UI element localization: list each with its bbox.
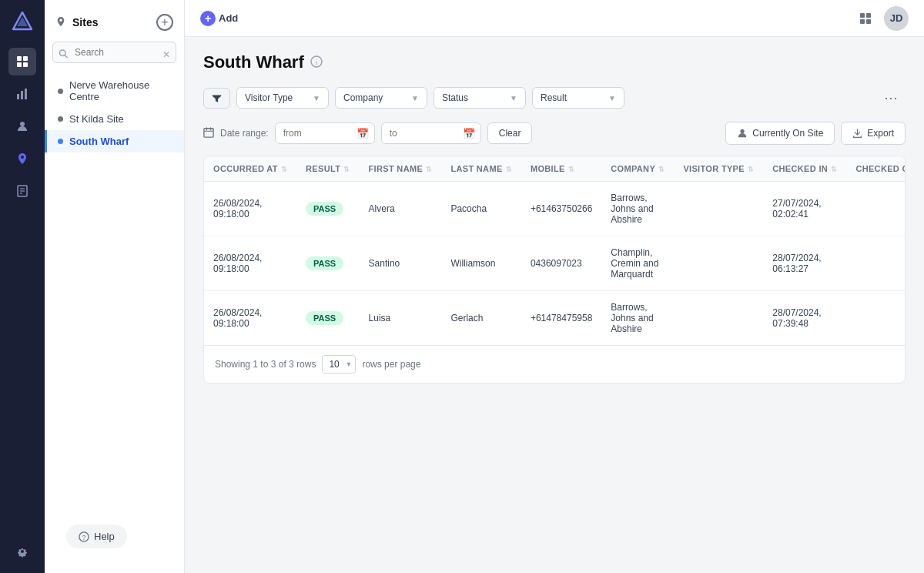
sort-icon-result: ⇅ [343,166,350,173]
main-content: + Add JD South Wharf i Visitor Type ▼ [185,0,924,573]
svg-rect-5 [23,62,28,67]
cell-visitor_type [674,291,763,346]
sort-icon-visitor_type: ⇅ [748,166,754,173]
nav-icon-analytics[interactable] [8,80,36,108]
col-result[interactable]: RESULT⇅ [296,156,360,182]
result-chevron: ▼ [608,94,616,102]
cell-checked_out [846,291,906,346]
cell-result: PASS [296,236,360,291]
sites-list: Nerve Warehouse CentreSt Kilda SiteSouth… [45,71,184,156]
svg-text:i: i [316,59,317,66]
visitor-type-chevron: ▼ [313,94,320,102]
add-button[interactable]: + Add [200,11,238,26]
cell-last_name: Gerlach [441,291,521,346]
svg-rect-18 [860,13,865,18]
currently-on-site-label: Currently On Site [752,128,823,139]
col-checked_in[interactable]: CHECKED IN⇅ [763,156,846,182]
sidebar-item-dot [58,116,63,122]
cell-last_name: Williamson [441,236,521,291]
sites-icon [55,16,66,29]
grid-view-button[interactable] [853,6,878,31]
sidebar-item-nerve[interactable]: Nerve Warehouse Centre [45,74,184,108]
cell-first_name: Luisa [360,291,442,346]
table-body: 26/08/2024, 09:18:00PASSAlveraPacocha+61… [204,182,906,346]
col-occurred_at[interactable]: OCCURRED AT⇅ [204,156,296,182]
cell-company: Champlin, Cremin and Marquardt [601,236,674,291]
nav-icon-settings[interactable] [8,538,36,565]
sidebar-item-label: South Wharf [69,136,129,147]
cell-occurred_at: 26/08/2024, 09:18:00 [204,182,296,236]
cell-visitor_type [674,236,763,291]
col-first_name[interactable]: FIRST NAME⇅ [360,156,442,182]
sort-icon-mobile: ⇅ [568,166,574,173]
app-logo[interactable] [8,8,36,35]
svg-rect-2 [17,56,22,61]
visitor-type-filter-label: Visitor Type [245,92,293,103]
nav-icon-location[interactable] [8,145,36,173]
cell-result: PASS [296,182,360,236]
nav-icon-dashboard[interactable] [8,48,36,75]
result-badge: PASS [306,202,343,216]
company-filter-label: Company [343,92,383,103]
col-company[interactable]: COMPANY⇅ [601,156,674,182]
result-badge: PASS [306,256,343,270]
col-mobile[interactable]: MOBILE⇅ [521,156,601,182]
svg-rect-21 [866,19,871,24]
add-site-button[interactable]: + [156,14,173,31]
filters-row: Visitor Type ▼ Company ▼ Status ▼ Result… [203,85,906,111]
date-range-label: Date range: [220,128,269,139]
visitors-table-wrap: OCCURRED AT⇅RESULT⇅FIRST NAME⇅LAST NAME⇅… [203,156,906,384]
rows-per-page-wrap: 10 25 50 ▼ [322,355,356,374]
more-options-button[interactable]: ⋯ [876,85,906,111]
cell-company: Barrows, Johns and Abshire [601,291,674,346]
sort-icon-checked_in: ⇅ [831,166,837,173]
result-filter-label: Result [541,92,567,103]
cell-first_name: Alvera [360,182,442,236]
filter-icon-button[interactable] [203,88,230,109]
visitor-type-filter[interactable]: Visitor Type ▼ [236,87,329,109]
table-row: 26/08/2024, 09:18:00PASSSantinoWilliamso… [204,236,906,291]
user-avatar[interactable]: JD [884,6,909,31]
result-filter[interactable]: Result ▼ [532,87,624,109]
page-title: South Wharf [203,52,304,72]
sidebar-item-dot [58,139,63,144]
table-row: 26/08/2024, 09:18:00PASSLuisaGerlach+614… [204,291,906,346]
search-clear-button[interactable]: ✕ [162,49,170,60]
status-filter-label: Status [442,92,468,103]
topbar: + Add JD [185,0,924,37]
nav-icon-visitors[interactable] [8,112,36,140]
page-content: South Wharf i Visitor Type ▼ Company ▼ S… [185,37,924,573]
date-to-input[interactable] [381,122,481,144]
cell-mobile: +61463750266 [521,182,601,236]
status-filter[interactable]: Status ▼ [434,87,526,109]
search-wrap: ✕ [45,39,184,71]
info-icon[interactable]: i [310,55,323,70]
clear-button[interactable]: Clear [487,122,533,144]
date-from-input[interactable] [275,122,375,144]
export-button[interactable]: Export [841,122,906,145]
col-checked_out[interactable]: CHECKED OUT⇅ [846,156,906,182]
cell-checked_in: 27/07/2024, 02:02:41 [763,182,846,236]
table-footer: Showing 1 to 3 of 3 rows 10 25 50 ▼ rows… [204,345,905,383]
svg-rect-24 [204,128,213,136]
table-row: 26/08/2024, 09:18:00PASSAlveraPacocha+61… [204,182,906,236]
search-input[interactable] [52,42,176,63]
visitors-table: OCCURRED AT⇅RESULT⇅FIRST NAME⇅LAST NAME⇅… [204,156,906,345]
table-header: OCCURRED AT⇅RESULT⇅FIRST NAME⇅LAST NAME⇅… [204,156,906,182]
sort-icon-occurred_at: ⇅ [281,166,287,173]
col-last_name[interactable]: LAST NAME⇅ [441,156,521,182]
help-button[interactable]: ? Help [66,524,127,548]
status-chevron: ▼ [510,94,517,102]
rows-per-page-select[interactable]: 10 25 50 [322,355,356,374]
nav-icon-reports[interactable] [8,177,36,205]
svg-point-9 [20,122,25,126]
col-visitor_type[interactable]: VISITOR TYPE⇅ [674,156,763,182]
sidebar-item-st-kilda[interactable]: St Kilda Site [45,108,184,130]
company-filter[interactable]: Company ▼ [335,87,427,109]
sidebar-item-south-wharf[interactable]: South Wharf [45,130,184,152]
svg-rect-7 [21,91,23,99]
cell-checked_in: 28/07/2024, 07:39:48 [763,291,846,346]
currently-on-site-button[interactable]: Currently On Site [725,122,835,145]
help-label: Help [94,531,115,542]
page-title-row: South Wharf i [203,52,906,72]
